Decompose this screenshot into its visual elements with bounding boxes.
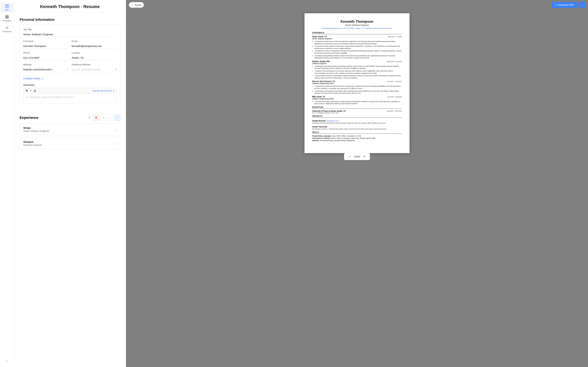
summary-toolbar: B I U Sample Resume AI ✦ — [23, 88, 117, 93]
skills-interests: Interests: Recreational skiing, Mountain… — [312, 140, 402, 141]
download-label: Download PDF — [558, 3, 574, 6]
website-row: Website T Additional Website T — [23, 63, 117, 75]
zoom-out-button[interactable]: − — [347, 154, 352, 159]
resume-experience-ibm: IBM, Austin, TX Jun 2016 - Aug 2016 Soft… — [312, 96, 402, 105]
resume-project-sample: Sample Resume, sampleresu.me Designed an… — [312, 119, 402, 124]
editor-panel: Kenneth Thompson - Resume Personal Infor… — [14, 0, 126, 367]
edit-experience-button[interactable]: ✎ — [86, 115, 92, 121]
experience-item-amazon: Amazon Software Engineer ⌄ — [20, 137, 120, 149]
templates-label: Templates — [2, 20, 11, 22]
experience-actions: ✎ 🗑 ↑ ↓ + — [86, 115, 120, 121]
svg-point-5 — [7, 27, 8, 28]
resume-experience-discord: Discord, San Francisco, CA Jun 2017 - Au… — [312, 80, 402, 94]
download-pdf-button[interactable]: ⇩ Download PDF — [551, 2, 577, 8]
additional-website-field: Additional Website T — [72, 63, 117, 75]
preview-header: ✓ Saved ⇩ Download PDF ... — [126, 0, 588, 10]
personal-info-card: Job Title Full Name Email Phone Location — [20, 25, 120, 108]
location-field: Location — [72, 51, 117, 63]
amazon-role: Software Engineer — [23, 144, 42, 146]
stripe-expand-icon[interactable]: ⌄ — [114, 128, 117, 131]
skills-frameworks: Frameworks & Tooling: React.js, Node.js,… — [312, 137, 402, 139]
svg-rect-1 — [5, 16, 7, 17]
resume-experience-stripe: Stripe, Austin, TX May 2021 - Present Se… — [312, 36, 402, 59]
resume-paper: Kenneth Thompson Senior Software Enginee… — [304, 13, 409, 163]
ai-sample-button[interactable]: Sample Resume AI ✦ — [93, 90, 115, 92]
resume-contact: kenneth@sampleresu.me • 512-123-4567 • A… — [312, 27, 402, 29]
job-title-label: Job Title — [23, 28, 117, 31]
sidebar: Edit Templates Customize ← — [0, 0, 14, 367]
saved-badge: ✓ Saved — [129, 2, 144, 8]
summary-section: Summary B I U Sample Resume AI ✦ e.g. De… — [23, 83, 117, 104]
name-email-row: Full Name Email — [23, 40, 117, 51]
email-label: Email — [72, 40, 117, 42]
format-buttons: B I U — [25, 89, 36, 92]
edit-icon — [5, 4, 9, 8]
preview-panel: ✓ Saved ⇩ Download PDF ... Kenneth Thomp… — [126, 0, 588, 367]
saved-check-icon: ✓ — [131, 3, 134, 7]
svg-rect-4 — [7, 17, 8, 18]
additional-website-input[interactable] — [72, 67, 114, 72]
edit-label: Edit — [5, 9, 9, 11]
customize-label: Customize — [2, 30, 12, 33]
additional-website-label: Additional Website — [72, 63, 117, 66]
resume-name: Kenneth Thompson — [312, 20, 402, 24]
experience-title: Experience — [20, 116, 38, 120]
move-down-button[interactable]: ↓ — [107, 115, 113, 121]
saved-label: Saved — [135, 4, 141, 6]
summary-area[interactable]: e.g. Dedicated, passionate football coac… — [23, 93, 117, 104]
stripe-role: Senior Software Engineer — [23, 130, 49, 132]
svg-rect-3 — [5, 17, 7, 18]
italic-button[interactable]: I — [30, 89, 32, 92]
resume-experience-amazon: Amazon, Seattle, WA Sept 2018 - Apr 2021… — [312, 60, 402, 79]
header-right-actions: ⇩ Download PDF ... — [551, 2, 585, 8]
email-input[interactable] — [72, 43, 117, 49]
amazon-expand-icon[interactable]: ⌄ — [114, 142, 117, 145]
sidebar-item-customize[interactable]: Customize — [1, 25, 13, 34]
move-up-button[interactable]: ↑ — [100, 115, 106, 121]
website-field: Website T — [23, 63, 68, 72]
website-format-icon: T — [67, 68, 68, 71]
education-section-heading: EDUCATION — [312, 106, 402, 109]
projects-section-heading: PROJECTS — [312, 115, 402, 118]
document-title: Kenneth Thompson - Resume — [20, 4, 120, 9]
zoom-level: 100% — [354, 155, 360, 158]
phone-field: Phone — [23, 51, 68, 60]
templates-icon — [5, 15, 9, 19]
skills-programming: Programming Languages: Java, Kotlin, Pyt… — [312, 135, 402, 137]
personal-section-title: Personal Information — [20, 18, 120, 22]
zoom-controls: − 100% + — [344, 153, 370, 160]
skills-section-heading: SKILLS — [312, 131, 402, 134]
bold-button[interactable]: B — [25, 89, 28, 92]
phone-location-row: Phone Location — [23, 51, 117, 63]
additional-website-format-icon: T — [115, 68, 117, 71]
summary-placeholder: e.g. Dedicated, passionate football coac… — [26, 96, 76, 98]
full-name-input[interactable] — [23, 43, 68, 49]
resume-education-ut: University of Texas at Austin, Austin, T… — [312, 110, 402, 114]
resume-project-transcribe: Instant Transcribe Developed a real-time… — [312, 125, 402, 130]
delete-experience-button[interactable]: 🗑 — [93, 115, 99, 121]
personal-section-header: Personal Information — [14, 13, 126, 25]
job-title-field: Job Title — [23, 28, 117, 37]
stripe-company: Stripe — [23, 126, 49, 129]
collapse-details-button[interactable]: Collapse details ∧ — [23, 76, 43, 81]
more-options-button[interactable]: ... — [579, 2, 585, 8]
sidebar-item-edit[interactable]: Edit — [1, 3, 13, 12]
experience-section-heading: EXPERIENCE — [312, 32, 402, 34]
location-label: Location — [72, 51, 117, 54]
resume-job-title: Senior Software Engineer — [312, 24, 402, 26]
website-input[interactable] — [23, 67, 66, 72]
phone-input[interactable] — [23, 55, 68, 60]
email-field: Email — [72, 40, 117, 51]
add-experience-button[interactable]: + — [114, 115, 120, 121]
summary-label: Summary — [23, 83, 117, 86]
editor-header: Kenneth Thompson - Resume — [14, 0, 126, 13]
zoom-in-button[interactable]: + — [362, 154, 366, 159]
sidebar-item-templates[interactable]: Templates — [1, 14, 13, 23]
amazon-company: Amazon — [23, 140, 42, 143]
underline-button[interactable]: U — [33, 89, 36, 92]
job-title-input[interactable] — [23, 32, 117, 37]
back-button[interactable]: ← — [4, 357, 10, 364]
full-name-field: Full Name — [23, 40, 68, 49]
location-input[interactable] — [72, 55, 117, 60]
experience-item-stripe: Stripe Senior Software Engineer ⌄ — [20, 123, 120, 135]
